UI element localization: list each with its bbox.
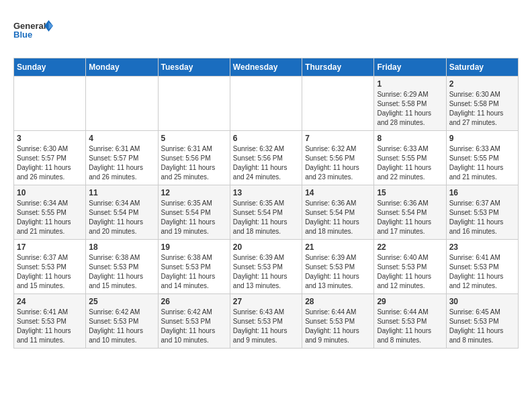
day-info: Sunrise: 6:39 AM Sunset: 5:53 PM Dayligh… [233,253,299,291]
day-number: 13 [233,188,299,197]
day-info: Sunrise: 6:32 AM Sunset: 5:56 PM Dayligh… [305,144,371,182]
day-number: 28 [305,297,371,306]
column-header-saturday: Saturday [446,58,518,77]
calendar-cell: 22Sunrise: 6:40 AM Sunset: 5:53 PM Dayli… [374,240,446,294]
day-info: Sunrise: 6:44 AM Sunset: 5:53 PM Dayligh… [305,308,371,345]
day-number: 15 [377,188,443,197]
day-info: Sunrise: 6:37 AM Sunset: 5:53 PM Dayligh… [449,199,515,236]
day-number: 23 [449,242,515,252]
day-info: Sunrise: 6:36 AM Sunset: 5:54 PM Dayligh… [305,199,371,236]
day-number: 26 [161,297,227,306]
day-info: Sunrise: 6:40 AM Sunset: 5:53 PM Dayligh… [377,253,443,291]
calendar-cell: 27Sunrise: 6:43 AM Sunset: 5:53 PM Dayli… [230,294,302,349]
day-info: Sunrise: 6:34 AM Sunset: 5:55 PM Dayligh… [17,199,83,236]
day-info: Sunrise: 6:42 AM Sunset: 5:53 PM Dayligh… [161,308,227,345]
day-info: Sunrise: 6:33 AM Sunset: 5:55 PM Dayligh… [449,144,515,182]
calendar-cell: 4Sunrise: 6:31 AM Sunset: 5:57 PM Daylig… [86,131,158,185]
day-number: 22 [377,242,443,252]
day-number: 7 [305,134,371,143]
day-number: 8 [377,134,443,143]
logo: General Blue [13,13,54,47]
day-number: 21 [305,242,371,252]
calendar-table: SundayMondayTuesdayWednesdayThursdayFrid… [13,58,519,349]
calendar-cell: 10Sunrise: 6:34 AM Sunset: 5:55 PM Dayli… [14,185,86,240]
day-info: Sunrise: 6:31 AM Sunset: 5:57 PM Dayligh… [89,144,154,182]
day-info: Sunrise: 6:35 AM Sunset: 5:54 PM Dayligh… [161,199,227,236]
calendar-cell: 9Sunrise: 6:33 AM Sunset: 5:55 PM Daylig… [446,131,518,185]
calendar-week-row: 1Sunrise: 6:29 AM Sunset: 5:58 PM Daylig… [14,77,519,131]
day-number: 12 [161,188,227,197]
calendar-cell: 11Sunrise: 6:34 AM Sunset: 5:54 PM Dayli… [86,185,158,240]
calendar-cell [302,77,374,131]
day-info: Sunrise: 6:38 AM Sunset: 5:53 PM Dayligh… [161,253,227,291]
day-info: Sunrise: 6:41 AM Sunset: 5:53 PM Dayligh… [17,308,83,345]
day-info: Sunrise: 6:39 AM Sunset: 5:53 PM Dayligh… [305,253,371,291]
day-info: Sunrise: 6:30 AM Sunset: 5:57 PM Dayligh… [17,144,83,182]
day-number: 27 [233,297,299,306]
day-info: Sunrise: 6:41 AM Sunset: 5:53 PM Dayligh… [449,253,515,291]
day-number: 25 [89,297,154,306]
calendar-cell: 26Sunrise: 6:42 AM Sunset: 5:53 PM Dayli… [158,294,230,349]
day-number: 2 [449,79,515,89]
calendar-cell: 28Sunrise: 6:44 AM Sunset: 5:53 PM Dayli… [302,294,374,349]
calendar-week-row: 10Sunrise: 6:34 AM Sunset: 5:55 PM Dayli… [14,185,519,240]
day-info: Sunrise: 6:33 AM Sunset: 5:55 PM Dayligh… [377,144,443,182]
calendar-cell: 6Sunrise: 6:32 AM Sunset: 5:56 PM Daylig… [230,131,302,185]
calendar-cell: 2Sunrise: 6:30 AM Sunset: 5:58 PM Daylig… [446,77,518,131]
day-number: 29 [377,297,443,306]
day-info: Sunrise: 6:30 AM Sunset: 5:58 PM Dayligh… [449,90,515,128]
day-number: 4 [89,134,154,143]
day-number: 18 [89,242,154,252]
calendar-cell: 20Sunrise: 6:39 AM Sunset: 5:53 PM Dayli… [230,240,302,294]
day-info: Sunrise: 6:35 AM Sunset: 5:54 PM Dayligh… [233,199,299,236]
column-header-sunday: Sunday [14,58,86,77]
day-info: Sunrise: 6:32 AM Sunset: 5:56 PM Dayligh… [233,144,299,182]
column-header-wednesday: Wednesday [230,58,302,77]
day-info: Sunrise: 6:45 AM Sunset: 5:53 PM Dayligh… [449,308,515,345]
calendar-cell: 15Sunrise: 6:36 AM Sunset: 5:54 PM Dayli… [374,185,446,240]
calendar-cell: 12Sunrise: 6:35 AM Sunset: 5:54 PM Dayli… [158,185,230,240]
calendar-cell [14,77,86,131]
day-info: Sunrise: 6:44 AM Sunset: 5:53 PM Dayligh… [377,308,443,345]
logo-svg: General Blue [13,13,54,47]
day-number: 19 [161,242,227,252]
column-header-tuesday: Tuesday [158,58,230,77]
svg-text:Blue: Blue [13,30,32,40]
day-number: 3 [17,134,83,143]
calendar-cell: 7Sunrise: 6:32 AM Sunset: 5:56 PM Daylig… [302,131,374,185]
day-info: Sunrise: 6:37 AM Sunset: 5:53 PM Dayligh… [17,253,83,291]
day-number: 6 [233,134,299,143]
day-number: 10 [17,188,83,197]
calendar-cell [86,77,158,131]
day-number: 5 [161,134,227,143]
day-number: 9 [449,134,515,143]
page-header: General Blue [13,13,519,47]
calendar-cell: 21Sunrise: 6:39 AM Sunset: 5:53 PM Dayli… [302,240,374,294]
calendar-cell: 1Sunrise: 6:29 AM Sunset: 5:58 PM Daylig… [374,77,446,131]
day-number: 24 [17,297,83,306]
day-info: Sunrise: 6:42 AM Sunset: 5:53 PM Dayligh… [89,308,154,345]
day-info: Sunrise: 6:43 AM Sunset: 5:53 PM Dayligh… [233,308,299,345]
calendar-week-row: 17Sunrise: 6:37 AM Sunset: 5:53 PM Dayli… [14,240,519,294]
calendar-cell: 16Sunrise: 6:37 AM Sunset: 5:53 PM Dayli… [446,185,518,240]
calendar-cell [230,77,302,131]
calendar-cell: 24Sunrise: 6:41 AM Sunset: 5:53 PM Dayli… [14,294,86,349]
calendar-cell: 13Sunrise: 6:35 AM Sunset: 5:54 PM Dayli… [230,185,302,240]
calendar-cell [158,77,230,131]
calendar-cell: 14Sunrise: 6:36 AM Sunset: 5:54 PM Dayli… [302,185,374,240]
calendar-cell: 18Sunrise: 6:38 AM Sunset: 5:53 PM Dayli… [86,240,158,294]
day-number: 20 [233,242,299,252]
column-header-monday: Monday [86,58,158,77]
calendar-cell: 30Sunrise: 6:45 AM Sunset: 5:53 PM Dayli… [446,294,518,349]
day-number: 16 [449,188,515,197]
day-number: 11 [89,188,154,197]
calendar-cell: 5Sunrise: 6:31 AM Sunset: 5:56 PM Daylig… [158,131,230,185]
calendar-cell: 3Sunrise: 6:30 AM Sunset: 5:57 PM Daylig… [14,131,86,185]
calendar-cell: 23Sunrise: 6:41 AM Sunset: 5:53 PM Dayli… [446,240,518,294]
calendar-cell: 8Sunrise: 6:33 AM Sunset: 5:55 PM Daylig… [374,131,446,185]
calendar-week-row: 3Sunrise: 6:30 AM Sunset: 5:57 PM Daylig… [14,131,519,185]
calendar-cell: 19Sunrise: 6:38 AM Sunset: 5:53 PM Dayli… [158,240,230,294]
calendar-cell: 29Sunrise: 6:44 AM Sunset: 5:53 PM Dayli… [374,294,446,349]
day-info: Sunrise: 6:29 AM Sunset: 5:58 PM Dayligh… [377,90,443,128]
calendar-cell: 17Sunrise: 6:37 AM Sunset: 5:53 PM Dayli… [14,240,86,294]
